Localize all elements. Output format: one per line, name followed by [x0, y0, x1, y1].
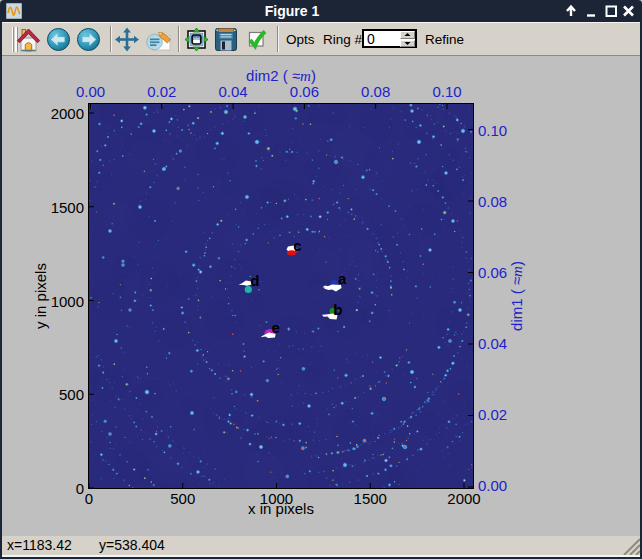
svg-text:b: b — [333, 301, 342, 318]
svg-text:a: a — [338, 270, 347, 287]
svg-text:d: d — [250, 272, 259, 289]
svg-text:c: c — [293, 237, 301, 254]
svg-text:e: e — [272, 319, 280, 336]
